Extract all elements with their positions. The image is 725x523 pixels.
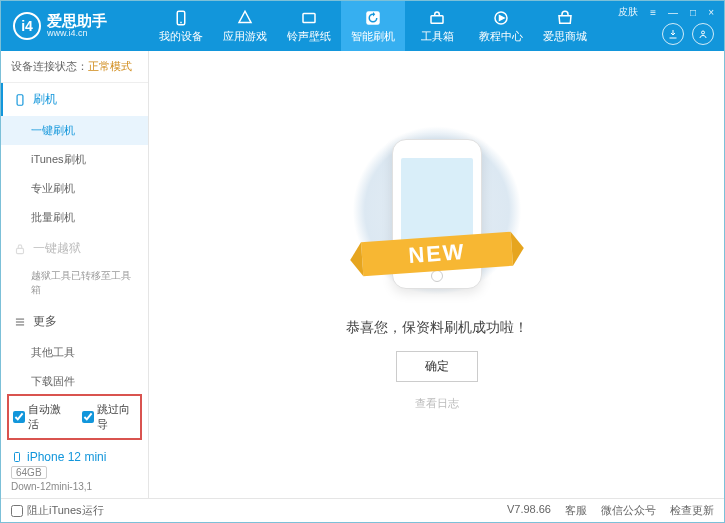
nav-label: 铃声壁纸 (287, 29, 331, 44)
brand-url: www.i4.cn (47, 29, 107, 39)
maximize-button[interactable]: □ (688, 7, 698, 18)
connection-status: 设备连接状态：正常模式 (1, 51, 148, 83)
side-group-label: 一键越狱 (33, 240, 81, 257)
window-controls: 皮肤 ≡ — □ × (616, 5, 716, 19)
view-log-link[interactable]: 查看日志 (415, 396, 459, 411)
toolbox-icon (428, 9, 446, 27)
download-icon (667, 28, 679, 40)
nav-flash[interactable]: 智能刷机 (341, 1, 405, 51)
apps-icon (236, 9, 254, 27)
user-icon (697, 28, 709, 40)
refresh-icon (364, 9, 382, 27)
side-item-pro[interactable]: 专业刷机 (1, 174, 148, 203)
minimize-button[interactable]: — (666, 7, 680, 18)
nav-tutorials[interactable]: 教程中心 (469, 1, 533, 51)
nav-my-device[interactable]: 我的设备 (149, 1, 213, 51)
nav-label: 智能刷机 (351, 29, 395, 44)
side-group-label: 刷机 (33, 91, 57, 108)
version-label: V7.98.66 (507, 503, 551, 518)
support-link[interactable]: 客服 (565, 503, 587, 518)
nav-store[interactable]: 爱思商城 (533, 1, 597, 51)
device-info[interactable]: iPhone 12 mini 64GB Down-12mini-13,1 (1, 444, 148, 498)
user-button[interactable] (692, 23, 714, 45)
phone-icon (172, 9, 190, 27)
svg-rect-4 (431, 15, 443, 23)
phone-icon (13, 93, 27, 107)
store-icon (556, 9, 574, 27)
wechat-link[interactable]: 微信公众号 (601, 503, 656, 518)
skin-button[interactable]: 皮肤 (616, 5, 640, 19)
success-message: 恭喜您，保资料刷机成功啦！ (346, 319, 528, 337)
checkbox-label: 跳过向导 (97, 402, 137, 432)
svg-rect-13 (15, 453, 20, 462)
lock-icon (13, 242, 27, 256)
phone-icon (11, 451, 23, 463)
download-button[interactable] (662, 23, 684, 45)
jailbreak-note: 越狱工具已转移至工具箱 (1, 265, 148, 305)
connection-mode: 正常模式 (88, 60, 132, 72)
device-sub: Down-12mini-13,1 (11, 481, 138, 492)
connection-label: 设备连接状态： (11, 60, 88, 72)
nav-label: 爱思商城 (543, 29, 587, 44)
brand-name: 爱思助手 (47, 13, 107, 30)
list-icon (13, 315, 27, 329)
skip-guide-checkbox[interactable]: 跳过向导 (82, 402, 137, 432)
nav-apps[interactable]: 应用游戏 (213, 1, 277, 51)
options-highlight-box: 自动激活 跳过向导 (7, 394, 142, 440)
titlebar: i4 爱思助手 www.i4.cn 我的设备 应用游戏 铃声壁纸 智能刷机 (1, 1, 724, 51)
svg-marker-6 (500, 15, 505, 20)
auto-activate-input[interactable] (13, 411, 25, 423)
sidebar: 设备连接状态：正常模式 刷机 一键刷机 iTunes刷机 专业刷机 批量刷机 一… (1, 51, 149, 498)
checkbox-label: 阻止iTunes运行 (27, 503, 104, 518)
logo-area: i4 爱思助手 www.i4.cn (1, 12, 149, 40)
app-window: i4 爱思助手 www.i4.cn 我的设备 应用游戏 铃声壁纸 智能刷机 (0, 0, 725, 523)
tutorial-icon (492, 9, 510, 27)
main-content: NEW 恭喜您，保资料刷机成功啦！ 确定 查看日志 (149, 51, 724, 498)
block-itunes-checkbox[interactable]: 阻止iTunes运行 (11, 503, 104, 518)
top-nav: 我的设备 应用游戏 铃声壁纸 智能刷机 工具箱 教程中心 (149, 1, 597, 51)
device-storage: 64GB (11, 466, 47, 479)
side-item-itunes[interactable]: iTunes刷机 (1, 145, 148, 174)
side-group-flash[interactable]: 刷机 (1, 83, 148, 116)
block-itunes-input[interactable] (11, 505, 23, 517)
success-illustration: NEW (347, 139, 527, 299)
side-group-jailbreak[interactable]: 一键越狱 (1, 232, 148, 265)
nav-toolbox[interactable]: 工具箱 (405, 1, 469, 51)
logo-icon: i4 (13, 12, 41, 40)
checkbox-label: 自动激活 (28, 402, 68, 432)
side-group-label: 更多 (33, 313, 57, 330)
auto-activate-checkbox[interactable]: 自动激活 (13, 402, 68, 432)
side-group-more[interactable]: 更多 (1, 305, 148, 338)
nav-ringtones[interactable]: 铃声壁纸 (277, 1, 341, 51)
side-item-batch[interactable]: 批量刷机 (1, 203, 148, 232)
wallpaper-icon (300, 9, 318, 27)
side-item-other-tools[interactable]: 其他工具 (1, 338, 148, 367)
nav-label: 应用游戏 (223, 29, 267, 44)
check-update-link[interactable]: 检查更新 (670, 503, 714, 518)
close-button[interactable]: × (706, 7, 716, 18)
svg-point-7 (702, 31, 705, 34)
nav-label: 教程中心 (479, 29, 523, 44)
device-name-label: iPhone 12 mini (27, 450, 106, 464)
footer: 阻止iTunes运行 V7.98.66 客服 微信公众号 检查更新 (1, 498, 724, 522)
svg-rect-2 (303, 13, 315, 22)
svg-rect-9 (17, 248, 24, 253)
svg-rect-8 (17, 94, 23, 105)
side-item-download-fw[interactable]: 下载固件 (1, 367, 148, 390)
nav-label: 我的设备 (159, 29, 203, 44)
new-banner: NEW (360, 231, 512, 275)
skip-guide-input[interactable] (82, 411, 94, 423)
confirm-button[interactable]: 确定 (396, 351, 478, 382)
nav-label: 工具箱 (421, 29, 454, 44)
side-item-oneclick[interactable]: 一键刷机 (1, 116, 148, 145)
menu-button[interactable]: ≡ (648, 7, 658, 18)
